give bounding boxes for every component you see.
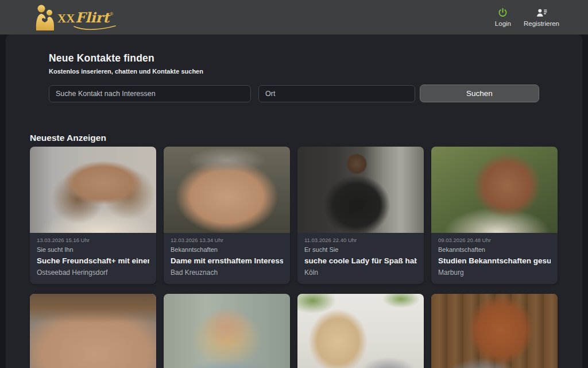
listing-photo: [164, 294, 290, 368]
listing-location: Ostseebad Heringsdorf: [37, 269, 149, 277]
listing-date: 13.03.2026 15.16 Uhr: [37, 237, 149, 243]
login-label: Login: [495, 20, 511, 27]
listing-card-body: 11.03.2026 22.40 Uhr Er sucht Sie suche …: [297, 233, 424, 284]
listing-category: Bekanntschaften: [171, 246, 283, 253]
listing-title: Suche Freundschaft+ mit einem inte...: [37, 256, 149, 265]
search-section: Neue Kontakte finden Kostenlos inseriere…: [6, 34, 582, 102]
listing-location: Köln: [304, 269, 417, 277]
listing-photo: [431, 147, 558, 233]
brand-xx-text: XX: [57, 12, 75, 26]
interest-search-input[interactable]: [49, 85, 251, 102]
listing-card[interactable]: 12.03.2026 13.34 Uhr Bekanntschaften Dam…: [164, 147, 290, 284]
listing-card-body: 12.03.2026 13.34 Uhr Bekanntschaften Dam…: [164, 233, 290, 284]
listing-card[interactable]: 13.03.2026 15.16 Uhr Sie sucht Ihn Suche…: [30, 147, 156, 284]
couple-silhouette-icon: [33, 4, 56, 30]
listing-title: suche coole Lady für Spaß haben: [304, 256, 417, 265]
listing-photo: [164, 147, 290, 233]
listing-card[interactable]: [30, 294, 156, 368]
listing-card[interactable]: 11.03.2026 22.40 Uhr Er sucht Sie suche …: [297, 147, 424, 284]
listing-photo: [30, 147, 156, 233]
listing-location: Bad Kreuznach: [171, 269, 283, 277]
listing-category: Sie sucht Ihn: [37, 246, 149, 253]
listing-location: Marburg: [438, 269, 551, 277]
brand-wordmark: XX Flirt ®: [57, 9, 113, 26]
listing-card-body: 09.03.2026 20.48 Uhr Bekanntschaften Stu…: [431, 233, 558, 284]
listing-card[interactable]: [431, 294, 558, 368]
listing-card-grid: 13.03.2026 15.16 Uhr Sie sucht Ihn Suche…: [30, 147, 566, 368]
listing-card-body: 13.03.2026 15.16 Uhr Sie sucht Ihn Suche…: [30, 233, 156, 284]
listing-card[interactable]: [297, 294, 424, 368]
header-actions: Login Registrieren: [495, 7, 559, 27]
logo-flourish: [74, 25, 116, 30]
listing-title: Dame mit ernsthaftem Interesse für ...: [171, 256, 283, 265]
latest-listings-section: Neueste Anzeigen 13.03.2026 15.16 Uhr Si…: [6, 133, 582, 368]
brand-flirt-text: Flirt: [75, 9, 109, 26]
power-icon: [497, 7, 508, 18]
login-button[interactable]: Login: [495, 7, 511, 27]
register-label: Registrieren: [524, 20, 559, 27]
listing-photo: [431, 294, 558, 368]
registered-trademark: ®: [110, 12, 113, 17]
page-title: Neue Kontakte finden: [49, 52, 582, 64]
listing-date: 09.03.2026 20.48 Uhr: [438, 237, 551, 243]
location-search-input[interactable]: [258, 85, 415, 102]
listing-photo: [297, 294, 424, 368]
listing-date: 11.03.2026 22.40 Uhr: [304, 237, 417, 243]
listing-category: Er sucht Sie: [304, 246, 417, 253]
listing-photo: [30, 294, 156, 368]
top-header: XX Flirt ® Login Registrieren: [0, 0, 588, 34]
listing-photo: [297, 147, 424, 233]
listing-category: Bekanntschaften: [438, 246, 551, 253]
person-lines-icon: [536, 7, 548, 18]
listings-section-title: Neueste Anzeigen: [30, 133, 582, 143]
listing-date: 12.03.2026 13.34 Uhr: [171, 237, 283, 243]
main-content-panel: Neue Kontakte finden Kostenlos inseriere…: [6, 34, 582, 368]
register-button[interactable]: Registrieren: [524, 7, 559, 27]
brand-logo[interactable]: XX Flirt ®: [33, 4, 113, 30]
listing-card[interactable]: 09.03.2026 20.48 Uhr Bekanntschaften Stu…: [431, 147, 558, 284]
listing-card[interactable]: [164, 294, 290, 368]
search-form: Suchen: [49, 85, 582, 102]
search-submit-button[interactable]: Suchen: [420, 85, 539, 102]
page-subtitle: Kostenlos inserieren, chatten und Kontak…: [49, 68, 582, 75]
listing-title: Studien Bekanntschaften gesucht / ...: [438, 256, 551, 265]
